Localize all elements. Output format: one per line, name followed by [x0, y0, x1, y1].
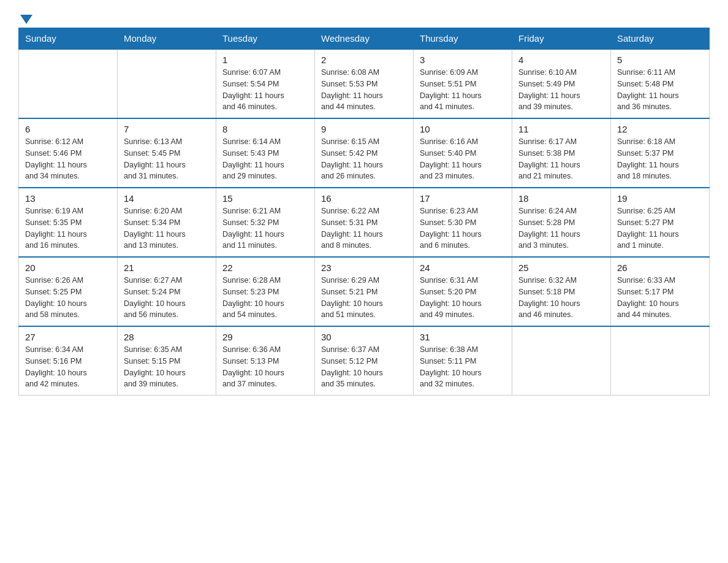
- day-info: Sunrise: 6:26 AM Sunset: 5:25 PM Dayligh…: [25, 275, 111, 321]
- day-info: Sunrise: 6:31 AM Sunset: 5:20 PM Dayligh…: [420, 275, 506, 321]
- calendar-cell: 17Sunrise: 6:23 AM Sunset: 5:30 PM Dayli…: [414, 188, 512, 257]
- calendar-cell: 11Sunrise: 6:17 AM Sunset: 5:38 PM Dayli…: [512, 118, 611, 188]
- calendar-cell: 9Sunrise: 6:15 AM Sunset: 5:42 PM Daylig…: [315, 118, 414, 188]
- calendar-week-row: 1Sunrise: 6:07 AM Sunset: 5:54 PM Daylig…: [19, 49, 710, 118]
- calendar-header-friday: Friday: [512, 28, 611, 50]
- logo: [18, 12, 32, 21]
- day-number: 7: [124, 124, 210, 134]
- day-number: 10: [420, 124, 506, 134]
- calendar-header-row: SundayMondayTuesdayWednesdayThursdayFrid…: [19, 28, 710, 50]
- calendar-header-thursday: Thursday: [414, 28, 512, 50]
- calendar-cell: 13Sunrise: 6:19 AM Sunset: 5:35 PM Dayli…: [19, 188, 118, 257]
- day-number: 11: [518, 124, 604, 134]
- day-number: 28: [124, 332, 210, 342]
- day-number: 29: [222, 332, 308, 342]
- calendar-cell: 2Sunrise: 6:08 AM Sunset: 5:53 PM Daylig…: [315, 49, 414, 118]
- day-info: Sunrise: 6:20 AM Sunset: 5:34 PM Dayligh…: [124, 205, 210, 251]
- day-number: 3: [420, 55, 506, 65]
- day-number: 30: [321, 332, 407, 342]
- day-info: Sunrise: 6:37 AM Sunset: 5:12 PM Dayligh…: [321, 344, 407, 390]
- calendar-cell: 19Sunrise: 6:25 AM Sunset: 5:27 PM Dayli…: [611, 188, 710, 257]
- calendar-cell: 31Sunrise: 6:38 AM Sunset: 5:11 PM Dayli…: [414, 326, 512, 396]
- calendar-header-monday: Monday: [118, 28, 216, 50]
- day-info: Sunrise: 6:17 AM Sunset: 5:38 PM Dayligh…: [518, 136, 604, 182]
- calendar-cell: 7Sunrise: 6:13 AM Sunset: 5:45 PM Daylig…: [118, 118, 216, 188]
- day-info: Sunrise: 6:14 AM Sunset: 5:43 PM Dayligh…: [222, 136, 308, 182]
- day-info: Sunrise: 6:08 AM Sunset: 5:53 PM Dayligh…: [321, 67, 407, 113]
- calendar-cell: 26Sunrise: 6:33 AM Sunset: 5:17 PM Dayli…: [611, 257, 710, 326]
- calendar-cell: 24Sunrise: 6:31 AM Sunset: 5:20 PM Dayli…: [414, 257, 512, 326]
- day-number: 21: [124, 262, 210, 273]
- calendar-cell: 5Sunrise: 6:11 AM Sunset: 5:48 PM Daylig…: [611, 49, 710, 118]
- calendar-cell: [512, 326, 611, 396]
- day-number: 26: [617, 262, 703, 273]
- day-info: Sunrise: 6:25 AM Sunset: 5:27 PM Dayligh…: [617, 205, 703, 251]
- day-number: 18: [518, 193, 604, 204]
- day-info: Sunrise: 6:11 AM Sunset: 5:48 PM Dayligh…: [617, 67, 703, 113]
- day-number: 25: [518, 262, 604, 273]
- day-number: 9: [321, 124, 407, 134]
- day-info: Sunrise: 6:35 AM Sunset: 5:15 PM Dayligh…: [124, 344, 210, 390]
- day-number: 31: [420, 332, 506, 342]
- day-number: 5: [617, 55, 703, 65]
- day-info: Sunrise: 6:12 AM Sunset: 5:46 PM Dayligh…: [25, 136, 111, 182]
- calendar-cell: 27Sunrise: 6:34 AM Sunset: 5:16 PM Dayli…: [19, 326, 118, 396]
- day-info: Sunrise: 6:27 AM Sunset: 5:24 PM Dayligh…: [124, 275, 210, 321]
- day-info: Sunrise: 6:18 AM Sunset: 5:37 PM Dayligh…: [617, 136, 703, 182]
- day-number: 4: [518, 55, 604, 65]
- day-info: Sunrise: 6:19 AM Sunset: 5:35 PM Dayligh…: [25, 205, 111, 251]
- calendar-cell: 20Sunrise: 6:26 AM Sunset: 5:25 PM Dayli…: [19, 257, 118, 326]
- day-info: Sunrise: 6:10 AM Sunset: 5:49 PM Dayligh…: [518, 67, 604, 113]
- calendar-cell: 3Sunrise: 6:09 AM Sunset: 5:51 PM Daylig…: [414, 49, 512, 118]
- day-number: 15: [222, 193, 308, 204]
- calendar-cell: 8Sunrise: 6:14 AM Sunset: 5:43 PM Daylig…: [216, 118, 315, 188]
- day-info: Sunrise: 6:33 AM Sunset: 5:17 PM Dayligh…: [617, 275, 703, 321]
- day-info: Sunrise: 6:09 AM Sunset: 5:51 PM Dayligh…: [420, 67, 506, 113]
- calendar-cell: 4Sunrise: 6:10 AM Sunset: 5:49 PM Daylig…: [512, 49, 611, 118]
- day-info: Sunrise: 6:23 AM Sunset: 5:30 PM Dayligh…: [420, 205, 506, 251]
- calendar-week-row: 6Sunrise: 6:12 AM Sunset: 5:46 PM Daylig…: [19, 118, 710, 188]
- calendar-cell: 14Sunrise: 6:20 AM Sunset: 5:34 PM Dayli…: [118, 188, 216, 257]
- logo-triangle-icon: [20, 15, 32, 24]
- day-number: 16: [321, 193, 407, 204]
- calendar-cell: [118, 49, 216, 118]
- day-info: Sunrise: 6:22 AM Sunset: 5:31 PM Dayligh…: [321, 205, 407, 251]
- day-info: Sunrise: 6:32 AM Sunset: 5:18 PM Dayligh…: [518, 275, 604, 321]
- day-number: 1: [222, 55, 308, 65]
- calendar-cell: 23Sunrise: 6:29 AM Sunset: 5:21 PM Dayli…: [315, 257, 414, 326]
- day-number: 2: [321, 55, 407, 65]
- day-info: Sunrise: 6:34 AM Sunset: 5:16 PM Dayligh…: [25, 344, 111, 390]
- day-info: Sunrise: 6:38 AM Sunset: 5:11 PM Dayligh…: [420, 344, 506, 390]
- calendar-header-tuesday: Tuesday: [216, 28, 315, 50]
- day-info: Sunrise: 6:24 AM Sunset: 5:28 PM Dayligh…: [518, 205, 604, 251]
- calendar-cell: 30Sunrise: 6:37 AM Sunset: 5:12 PM Dayli…: [315, 326, 414, 396]
- day-info: Sunrise: 6:15 AM Sunset: 5:42 PM Dayligh…: [321, 136, 407, 182]
- calendar-header-wednesday: Wednesday: [315, 28, 414, 50]
- day-info: Sunrise: 6:21 AM Sunset: 5:32 PM Dayligh…: [222, 205, 308, 251]
- day-number: 23: [321, 262, 407, 273]
- calendar-cell: 21Sunrise: 6:27 AM Sunset: 5:24 PM Dayli…: [118, 257, 216, 326]
- calendar-cell: 12Sunrise: 6:18 AM Sunset: 5:37 PM Dayli…: [611, 118, 710, 188]
- calendar-cell: 15Sunrise: 6:21 AM Sunset: 5:32 PM Dayli…: [216, 188, 315, 257]
- calendar-cell: 22Sunrise: 6:28 AM Sunset: 5:23 PM Dayli…: [216, 257, 315, 326]
- day-number: 6: [25, 124, 111, 134]
- day-info: Sunrise: 6:28 AM Sunset: 5:23 PM Dayligh…: [222, 275, 308, 321]
- calendar-cell: 16Sunrise: 6:22 AM Sunset: 5:31 PM Dayli…: [315, 188, 414, 257]
- calendar-header-sunday: Sunday: [19, 28, 118, 50]
- day-number: 13: [25, 193, 111, 204]
- day-info: Sunrise: 6:36 AM Sunset: 5:13 PM Dayligh…: [222, 344, 308, 390]
- calendar-cell: 1Sunrise: 6:07 AM Sunset: 5:54 PM Daylig…: [216, 49, 315, 118]
- day-info: Sunrise: 6:07 AM Sunset: 5:54 PM Dayligh…: [222, 67, 308, 113]
- calendar-cell: 25Sunrise: 6:32 AM Sunset: 5:18 PM Dayli…: [512, 257, 611, 326]
- day-number: 24: [420, 262, 506, 273]
- day-number: 14: [124, 193, 210, 204]
- day-number: 22: [222, 262, 308, 273]
- day-info: Sunrise: 6:16 AM Sunset: 5:40 PM Dayligh…: [420, 136, 506, 182]
- day-number: 8: [222, 124, 308, 134]
- page-header: [18, 12, 710, 21]
- calendar-week-row: 27Sunrise: 6:34 AM Sunset: 5:16 PM Dayli…: [19, 326, 710, 396]
- calendar-cell: 28Sunrise: 6:35 AM Sunset: 5:15 PM Dayli…: [118, 326, 216, 396]
- calendar-header-saturday: Saturday: [611, 28, 710, 50]
- day-number: 17: [420, 193, 506, 204]
- calendar-cell: 6Sunrise: 6:12 AM Sunset: 5:46 PM Daylig…: [19, 118, 118, 188]
